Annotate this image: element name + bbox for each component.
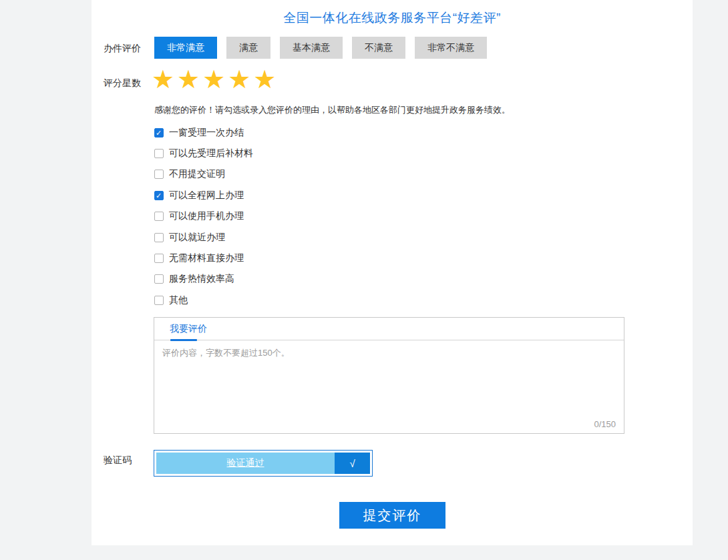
captcha-track: 验证通过 √: [156, 453, 370, 474]
star-icon[interactable]: ★: [202, 66, 225, 93]
comment-tabbar: 我要评价: [154, 318, 624, 340]
captcha-status-text: 验证通过: [156, 453, 335, 474]
checkbox-icon[interactable]: [154, 212, 164, 221]
evaluation-card: 全国一体化在线政务服务平台“好差评” 办件评价 非常满意 满意 基本满意 不满意…: [92, 0, 693, 545]
reason-item-label: 一窗受理一次办结: [169, 127, 244, 139]
star-icon[interactable]: ★: [253, 66, 276, 93]
reason-item-label: 可以就近办理: [169, 232, 225, 244]
checkbox-icon[interactable]: [154, 128, 164, 137]
thanks-note: 感谢您的评价！请勾选或录入您评价的理由，以帮助各地区各部门更好地提升政务服务绩效…: [154, 104, 510, 116]
comment-input[interactable]: [154, 340, 624, 433]
reason-item[interactable]: 可以就近办理: [154, 227, 488, 248]
stars-label: 评分星数: [104, 77, 141, 89]
checkbox-icon[interactable]: [154, 191, 164, 200]
checkbox-icon[interactable]: [154, 274, 164, 284]
rating-option-very-unsatisfied[interactable]: 非常不满意: [415, 37, 487, 59]
checkbox-icon[interactable]: [154, 170, 164, 179]
reason-item-label: 不用提交证明: [169, 168, 225, 180]
tab-write-review[interactable]: 我要评价: [170, 318, 207, 340]
rating-option-unsatisfied[interactable]: 不满意: [352, 37, 405, 59]
reason-checkbox-list: 一窗受理一次办结 可以先受理后补材料 不用提交证明 可以全程网上办理 可以使用手…: [154, 122, 488, 311]
star-icon[interactable]: ★: [152, 66, 174, 93]
submit-button[interactable]: 提交评价: [339, 502, 445, 529]
rating-label: 办件评价: [104, 43, 141, 55]
captcha-handle[interactable]: √: [335, 453, 370, 474]
reason-item[interactable]: 无需材料直接办理: [154, 248, 488, 268]
checkbox-icon[interactable]: [154, 233, 164, 242]
captcha-label: 验证码: [104, 455, 132, 467]
captcha-slider[interactable]: 验证通过 √: [154, 450, 373, 477]
star-rating: ★★★★★: [152, 65, 279, 94]
reason-item[interactable]: 一窗受理一次办结: [154, 122, 488, 143]
comment-box: 我要评价 0/150: [154, 317, 624, 434]
page-title: 全国一体化在线政务服务平台“好差评”: [92, 9, 693, 27]
reason-item-label: 无需材料直接办理: [169, 252, 244, 264]
char-counter: 0/150: [594, 419, 616, 429]
checkbox-icon[interactable]: [154, 149, 164, 158]
rating-option-very-satisfied[interactable]: 非常满意: [154, 37, 217, 59]
reason-item[interactable]: 可以使用手机办理: [154, 206, 488, 227]
rating-button-group: 非常满意 满意 基本满意 不满意 非常不满意: [154, 37, 496, 59]
reason-item-label: 可以使用手机办理: [169, 210, 244, 222]
star-icon[interactable]: ★: [177, 66, 200, 93]
reason-item[interactable]: 服务热情效率高: [154, 269, 488, 290]
reason-item[interactable]: 不用提交证明: [154, 164, 488, 185]
star-icon[interactable]: ★: [228, 66, 250, 93]
reason-item[interactable]: 可以先受理后补材料: [154, 143, 488, 164]
rating-option-satisfied[interactable]: 满意: [226, 37, 270, 59]
reason-item-label: 服务热情效率高: [169, 273, 234, 285]
rating-option-basically-satisfied[interactable]: 基本满意: [280, 37, 343, 59]
checkbox-icon[interactable]: [154, 296, 164, 305]
reason-item-label: 其他: [169, 294, 188, 306]
reason-item-label: 可以全程网上办理: [169, 190, 244, 202]
reason-item[interactable]: 其他: [154, 290, 488, 310]
reason-item-label: 可以先受理后补材料: [169, 148, 253, 160]
check-icon: √: [349, 458, 355, 469]
checkbox-icon[interactable]: [154, 254, 164, 263]
comment-body: 0/150: [154, 340, 624, 433]
reason-item[interactable]: 可以全程网上办理: [154, 185, 488, 206]
